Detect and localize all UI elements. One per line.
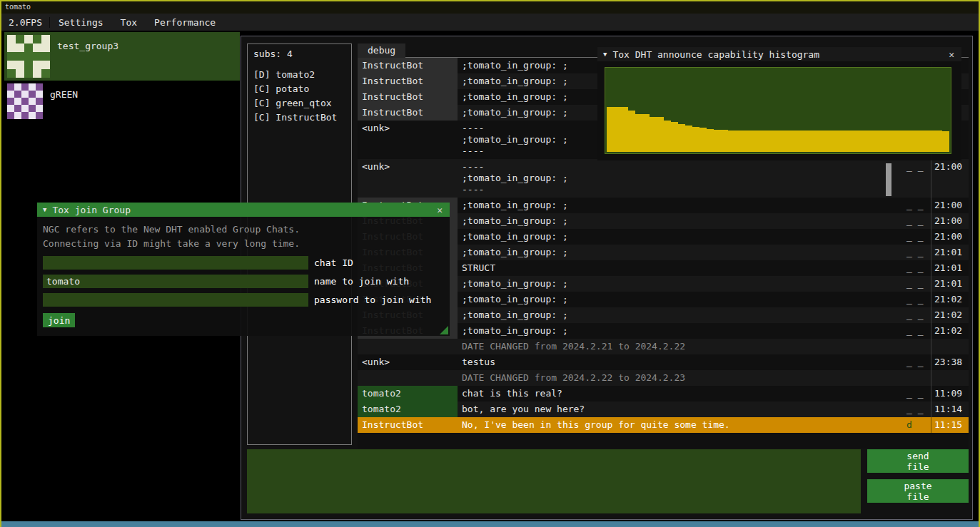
join-info-line: NGC refers to the New DHT enabled Group … (43, 222, 444, 237)
message-row[interactable]: DATE CHANGED from 2024.2.21 to 2024.2.22 (358, 339, 969, 354)
menu-bar: 2.0FPS Settings Tox Performance (1, 14, 979, 31)
histogram-title: Tox DHT announce capability histogram (612, 49, 941, 60)
join-button[interactable]: join (43, 313, 75, 327)
histogram-bar (628, 111, 635, 152)
paste-file-button[interactable]: paste file (867, 479, 969, 503)
message-sender: <unk> (358, 354, 458, 370)
message-text: ;tomato_in_group: ; (458, 292, 902, 307)
histogram-bar (735, 131, 742, 152)
message-timestamp: 11:09 (931, 386, 969, 401)
message-row[interactable]: tomato2chat is this real?_ _11:09 (358, 386, 969, 401)
subs-list-item[interactable]: [C] InstructBot (253, 111, 345, 125)
message-flags: _ _ (902, 323, 931, 339)
histogram-bar (799, 131, 807, 152)
join-info-line: Connecting via ID might take a very long… (43, 237, 444, 251)
histogram-bar (885, 131, 892, 152)
subs-list-item[interactable]: [D] tomato2 (253, 68, 345, 82)
message-text: chat is this real? (458, 386, 902, 401)
fps-counter: 2.0FPS (1, 17, 50, 28)
join-group-window: ▼ Tox join Group ✕ NGC refers to the New… (37, 203, 450, 336)
subs-list: [D] tomato2[C] potato[C] green_qtox[C] I… (253, 68, 345, 125)
message-timestamp: 21:01 (931, 276, 969, 292)
histogram-bar (906, 131, 914, 152)
message-row[interactable]: tomato2bot, are you new here?_ _11:14 (358, 401, 969, 417)
contact-item[interactable]: test_group3 (4, 32, 240, 81)
histogram-titlebar[interactable]: ▼ Tox DHT announce capability histogram … (597, 47, 961, 61)
message-timestamp: 21:00 (931, 198, 969, 213)
histogram-bar (764, 131, 771, 152)
histogram-bar (728, 131, 735, 152)
message-row[interactable]: DATE CHANGED from 2024.2.22 to 2024.2.23 (358, 370, 969, 386)
message-sender: InstructBot (358, 417, 458, 433)
message-text: testus (458, 354, 902, 370)
message-flags: _ _ (902, 386, 931, 401)
message-timestamp: 21:00 (931, 213, 969, 229)
message-sender: tomato2 (358, 386, 458, 401)
message-text: ---- ;tomato_in_group: ; ---- (458, 159, 902, 198)
resize-grip[interactable] (440, 326, 448, 334)
send-file-button[interactable]: send file (867, 449, 969, 473)
histogram-bar (707, 129, 714, 152)
message-flags: _ _ (902, 213, 931, 229)
message-text: No, I've been in this group for quite so… (458, 417, 902, 433)
join-group-titlebar[interactable]: ▼ Tox join Group ✕ (37, 203, 450, 217)
histogram-bar (635, 114, 642, 152)
message-sender: <unk> (358, 121, 458, 159)
window-titlebar[interactable]: tomato (1, 1, 979, 14)
message-sender: InstructBot (358, 89, 458, 105)
message-flags: _ _ (902, 276, 931, 292)
histogram-bar (650, 117, 657, 152)
field-row-name: name to join with (43, 275, 444, 288)
message-timestamp: 11:15 (931, 417, 969, 433)
contact-avatar (7, 35, 50, 78)
histogram-bar (849, 131, 857, 152)
histogram-bar (785, 131, 792, 152)
collapse-icon[interactable]: ▼ (603, 51, 607, 58)
menu-settings[interactable]: Settings (50, 17, 112, 28)
join-name-input[interactable] (43, 275, 308, 288)
chat-id-input[interactable] (43, 256, 308, 270)
subs-list-item[interactable]: [C] potato (253, 82, 345, 96)
menu-performance[interactable]: Performance (146, 17, 224, 28)
message-scrollbar[interactable] (886, 163, 891, 196)
message-timestamp: 21:01 (931, 245, 969, 260)
message-text: DATE CHANGED from 2024.2.22 to 2024.2.23 (458, 370, 902, 386)
message-flags: _ _ (902, 260, 931, 276)
message-sender: InstructBot (358, 73, 458, 89)
histogram-bar (642, 114, 650, 152)
message-text: ;tomato_in_group: ; (458, 198, 902, 213)
message-flags: _ _ (902, 198, 931, 213)
message-timestamp: 21:00 (931, 159, 969, 198)
message-text: ;tomato_in_group: ; (458, 245, 902, 260)
histogram-bar (678, 124, 685, 152)
message-input[interactable] (247, 449, 861, 513)
join-name-label: name to join with (314, 276, 409, 287)
message-text: ;tomato_in_group: ; (458, 229, 902, 245)
message-flags (902, 370, 931, 386)
join-password-input[interactable] (43, 293, 308, 307)
message-sender (358, 370, 458, 386)
histogram-bar (821, 131, 828, 152)
message-row[interactable]: <unk>---- ;tomato_in_group: ; ----_ _21:… (358, 159, 969, 198)
collapse-icon[interactable]: ▼ (43, 206, 46, 213)
message-row[interactable]: InstructBotNo, I've been in this group f… (358, 417, 969, 433)
close-icon[interactable]: ✕ (435, 205, 444, 215)
histogram-bar (699, 128, 707, 152)
histogram-bar (871, 131, 878, 152)
histogram-bar (857, 131, 864, 152)
histogram-bar (921, 131, 928, 152)
tab-debug[interactable]: debug (358, 44, 405, 58)
window-title: tomato (5, 3, 31, 11)
message-text: ;tomato_in_group: ; (458, 323, 902, 339)
app-window: tomato 2.0FPS Settings Tox Performance t… (0, 0, 980, 527)
close-icon[interactable]: ✕ (947, 49, 956, 60)
contact-sidebar: test_group3gREEN (4, 32, 240, 128)
message-flags: _ _ (902, 354, 931, 370)
message-flags: _ _ (902, 307, 931, 323)
subs-list-item[interactable]: [C] green_qtox (253, 96, 345, 111)
menu-tox[interactable]: Tox (112, 17, 146, 28)
message-sender: tomato2 (358, 401, 458, 417)
message-row[interactable]: <unk>testus_ _23:38 (358, 354, 969, 370)
histogram-bar (828, 131, 835, 152)
contact-item[interactable]: gREEN (4, 81, 240, 128)
